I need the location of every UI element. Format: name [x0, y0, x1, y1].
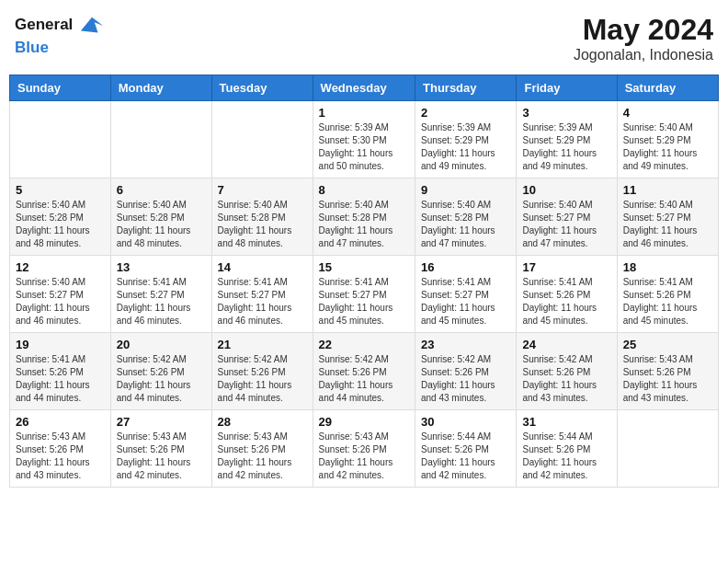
day-number: 29: [319, 415, 409, 429]
day-number: 2: [421, 106, 510, 120]
calendar-cell: 16Sunrise: 5:41 AMSunset: 5:27 PMDayligh…: [415, 256, 517, 333]
day-info: Sunrise: 5:43 AMSunset: 5:26 PMDaylight:…: [218, 431, 307, 482]
calendar-cell: 11Sunrise: 5:40 AMSunset: 5:27 PMDayligh…: [617, 178, 718, 256]
day-info: Sunrise: 5:41 AMSunset: 5:26 PMDaylight:…: [16, 353, 105, 405]
calendar-cell: 21Sunrise: 5:42 AMSunset: 5:26 PMDayligh…: [211, 333, 313, 410]
day-number: 3: [522, 106, 610, 120]
calendar-cell: 28Sunrise: 5:43 AMSunset: 5:26 PMDayligh…: [211, 410, 313, 488]
calendar-cell: 31Sunrise: 5:44 AMSunset: 5:26 PMDayligh…: [517, 410, 617, 488]
col-monday: Monday: [110, 75, 211, 101]
day-info: Sunrise: 5:44 AMSunset: 5:26 PMDaylight:…: [522, 431, 610, 482]
day-number: 5: [16, 183, 105, 197]
calendar-cell: 23Sunrise: 5:42 AMSunset: 5:26 PMDayligh…: [415, 333, 517, 410]
calendar-week-4: 19Sunrise: 5:41 AMSunset: 5:26 PMDayligh…: [10, 333, 719, 410]
day-info: Sunrise: 5:40 AMSunset: 5:28 PMDaylight:…: [117, 199, 206, 250]
calendar-subtitle: Jogonalan, Indonesia: [574, 47, 713, 63]
col-friday: Friday: [517, 75, 617, 101]
day-number: 14: [218, 260, 307, 274]
calendar-cell: 17Sunrise: 5:41 AMSunset: 5:26 PMDayligh…: [517, 256, 617, 333]
day-info: Sunrise: 5:39 AMSunset: 5:29 PMDaylight:…: [522, 121, 610, 173]
calendar-week-3: 12Sunrise: 5:40 AMSunset: 5:27 PMDayligh…: [10, 256, 719, 333]
day-info: Sunrise: 5:42 AMSunset: 5:26 PMDaylight:…: [319, 353, 409, 405]
day-info: Sunrise: 5:43 AMSunset: 5:26 PMDaylight:…: [623, 353, 712, 405]
calendar-cell: 8Sunrise: 5:40 AMSunset: 5:28 PMDaylight…: [313, 178, 415, 256]
calendar-cell: 29Sunrise: 5:43 AMSunset: 5:26 PMDayligh…: [313, 410, 415, 488]
day-number: 12: [16, 260, 105, 274]
calendar-week-2: 5Sunrise: 5:40 AMSunset: 5:28 PMDaylight…: [10, 178, 719, 256]
logo-line1: General: [15, 16, 73, 33]
calendar-cell: 10Sunrise: 5:40 AMSunset: 5:27 PMDayligh…: [517, 178, 617, 256]
calendar-cell: [10, 101, 111, 178]
calendar-cell: 2Sunrise: 5:39 AMSunset: 5:29 PMDaylight…: [415, 101, 517, 178]
day-number: 30: [421, 415, 510, 429]
day-number: 16: [421, 260, 510, 274]
day-info: Sunrise: 5:40 AMSunset: 5:28 PMDaylight:…: [421, 199, 510, 250]
day-info: Sunrise: 5:43 AMSunset: 5:26 PMDaylight:…: [319, 431, 409, 482]
calendar-cell: 18Sunrise: 5:41 AMSunset: 5:26 PMDayligh…: [617, 256, 718, 333]
calendar-cell: 13Sunrise: 5:41 AMSunset: 5:27 PMDayligh…: [110, 256, 211, 333]
calendar-cell: 25Sunrise: 5:43 AMSunset: 5:26 PMDayligh…: [617, 333, 718, 410]
day-number: 7: [218, 183, 307, 197]
calendar-cell: [211, 101, 313, 178]
day-number: 18: [623, 260, 712, 274]
calendar-cell: 22Sunrise: 5:42 AMSunset: 5:26 PMDayligh…: [313, 333, 415, 410]
day-info: Sunrise: 5:41 AMSunset: 5:27 PMDaylight:…: [319, 276, 409, 327]
day-info: Sunrise: 5:40 AMSunset: 5:27 PMDaylight:…: [522, 199, 610, 250]
day-info: Sunrise: 5:40 AMSunset: 5:28 PMDaylight:…: [16, 199, 105, 250]
day-info: Sunrise: 5:40 AMSunset: 5:29 PMDaylight:…: [623, 121, 712, 173]
day-info: Sunrise: 5:42 AMSunset: 5:26 PMDaylight:…: [117, 353, 206, 405]
day-info: Sunrise: 5:44 AMSunset: 5:26 PMDaylight:…: [421, 431, 510, 482]
calendar-cell: 30Sunrise: 5:44 AMSunset: 5:26 PMDayligh…: [415, 410, 517, 488]
day-number: 11: [623, 183, 712, 197]
day-number: 25: [623, 338, 712, 351]
calendar-cell: 27Sunrise: 5:43 AMSunset: 5:26 PMDayligh…: [110, 410, 211, 488]
calendar-cell: 19Sunrise: 5:41 AMSunset: 5:26 PMDayligh…: [10, 333, 111, 410]
day-info: Sunrise: 5:41 AMSunset: 5:26 PMDaylight:…: [522, 276, 610, 327]
calendar-cell: 12Sunrise: 5:40 AMSunset: 5:27 PMDayligh…: [10, 256, 111, 333]
calendar-cell: 14Sunrise: 5:41 AMSunset: 5:27 PMDayligh…: [211, 256, 313, 333]
calendar-week-1: 1Sunrise: 5:39 AMSunset: 5:30 PMDaylight…: [10, 101, 719, 178]
header-row: Sunday Monday Tuesday Wednesday Thursday…: [10, 75, 719, 101]
calendar-cell: 20Sunrise: 5:42 AMSunset: 5:26 PMDayligh…: [110, 333, 211, 410]
day-number: 28: [218, 415, 307, 429]
day-number: 20: [117, 338, 206, 351]
day-number: 19: [16, 338, 105, 351]
day-info: Sunrise: 5:41 AMSunset: 5:26 PMDaylight:…: [623, 276, 712, 327]
calendar-table: Sunday Monday Tuesday Wednesday Thursday…: [9, 75, 719, 488]
day-info: Sunrise: 5:40 AMSunset: 5:28 PMDaylight:…: [319, 199, 409, 250]
day-info: Sunrise: 5:40 AMSunset: 5:27 PMDaylight:…: [623, 199, 712, 250]
day-info: Sunrise: 5:42 AMSunset: 5:26 PMDaylight:…: [522, 353, 610, 405]
day-number: 27: [117, 415, 206, 429]
day-number: 8: [319, 183, 409, 197]
col-tuesday: Tuesday: [211, 75, 313, 101]
calendar-title: May 2024: [574, 13, 713, 47]
col-sunday: Sunday: [10, 75, 111, 101]
day-number: 10: [522, 183, 610, 197]
logo-line2: Blue: [15, 39, 105, 57]
day-number: 15: [319, 260, 409, 274]
calendar-cell: 3Sunrise: 5:39 AMSunset: 5:29 PMDaylight…: [517, 101, 617, 178]
calendar-cell: 5Sunrise: 5:40 AMSunset: 5:28 PMDaylight…: [10, 178, 111, 256]
calendar-cell: 1Sunrise: 5:39 AMSunset: 5:30 PMDaylight…: [313, 101, 415, 178]
day-number: 22: [319, 338, 409, 351]
calendar-week-5: 26Sunrise: 5:43 AMSunset: 5:26 PMDayligh…: [10, 410, 719, 488]
calendar-cell: 7Sunrise: 5:40 AMSunset: 5:28 PMDaylight…: [211, 178, 313, 256]
col-thursday: Thursday: [415, 75, 517, 101]
day-info: Sunrise: 5:43 AMSunset: 5:26 PMDaylight:…: [16, 431, 105, 482]
day-number: 23: [421, 338, 510, 351]
day-info: Sunrise: 5:39 AMSunset: 5:29 PMDaylight:…: [421, 121, 510, 173]
col-saturday: Saturday: [617, 75, 718, 101]
day-info: Sunrise: 5:41 AMSunset: 5:27 PMDaylight:…: [421, 276, 510, 327]
title-block: May 2024 Jogonalan, Indonesia: [574, 13, 713, 63]
day-info: Sunrise: 5:41 AMSunset: 5:27 PMDaylight:…: [117, 276, 206, 327]
logo: General Blue: [15, 13, 105, 57]
day-number: 26: [16, 415, 105, 429]
calendar-cell: 6Sunrise: 5:40 AMSunset: 5:28 PMDaylight…: [110, 178, 211, 256]
calendar-cell: 24Sunrise: 5:42 AMSunset: 5:26 PMDayligh…: [517, 333, 617, 410]
day-number: 21: [218, 338, 307, 351]
calendar-cell: 15Sunrise: 5:41 AMSunset: 5:27 PMDayligh…: [313, 256, 415, 333]
col-wednesday: Wednesday: [313, 75, 415, 101]
day-number: 9: [421, 183, 510, 197]
calendar-cell: [617, 410, 718, 488]
day-info: Sunrise: 5:42 AMSunset: 5:26 PMDaylight:…: [218, 353, 307, 405]
